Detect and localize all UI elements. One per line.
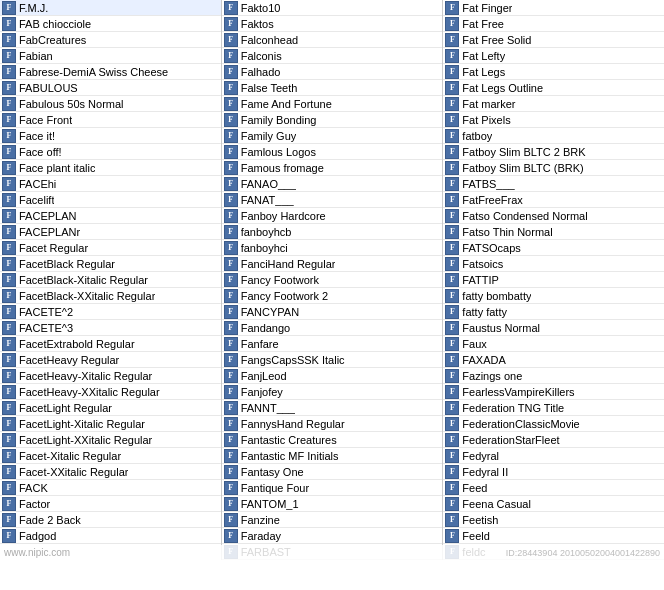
list-item[interactable]: FFantasy One bbox=[222, 464, 443, 480]
list-item[interactable]: FFedyral II bbox=[443, 464, 664, 480]
list-item[interactable]: FFatboy Slim BLTC (BRK) bbox=[443, 160, 664, 176]
list-item[interactable]: FF.M.J. bbox=[0, 0, 221, 16]
list-item[interactable]: FFederation TNG Title bbox=[443, 400, 664, 416]
list-item[interactable]: FFanjofey bbox=[222, 384, 443, 400]
list-item[interactable]: FFace Front bbox=[0, 112, 221, 128]
list-item[interactable]: FFalconis bbox=[222, 48, 443, 64]
list-item[interactable]: Ffatty bombatty bbox=[443, 288, 664, 304]
list-item[interactable]: FFederationStarFleet bbox=[443, 432, 664, 448]
list-item[interactable]: FFANAO___ bbox=[222, 176, 443, 192]
list-item[interactable]: FFat Finger bbox=[443, 0, 664, 16]
list-item[interactable]: FFatso Thin Normal bbox=[443, 224, 664, 240]
list-item[interactable]: FFedyral bbox=[443, 448, 664, 464]
list-item[interactable]: FFAB chiocciole bbox=[0, 16, 221, 32]
list-item[interactable]: FFancy Footwork bbox=[222, 272, 443, 288]
list-item[interactable]: FFamlous Logos bbox=[222, 144, 443, 160]
list-item[interactable]: FFACK bbox=[0, 480, 221, 496]
list-item[interactable]: Ffatboy bbox=[443, 128, 664, 144]
list-item[interactable]: FFat Free bbox=[443, 16, 664, 32]
list-item[interactable]: FFATTIP bbox=[443, 272, 664, 288]
list-item[interactable]: FFame And Fortune bbox=[222, 96, 443, 112]
list-item[interactable]: FFaustus Normal bbox=[443, 320, 664, 336]
list-item[interactable]: FFacet-XXitalic Regular bbox=[0, 464, 221, 480]
list-item[interactable]: FFabrese-DemiA Swiss Cheese bbox=[0, 64, 221, 80]
list-item[interactable]: FFat Legs bbox=[443, 64, 664, 80]
list-item[interactable]: FFeena Casual bbox=[443, 496, 664, 512]
list-item[interactable]: FFandango bbox=[222, 320, 443, 336]
list-item[interactable]: FFABULOUS bbox=[0, 80, 221, 96]
list-item[interactable]: FFazings one bbox=[443, 368, 664, 384]
list-item[interactable]: FFACEPLANr bbox=[0, 224, 221, 240]
list-item[interactable]: Ffatty fatty bbox=[443, 304, 664, 320]
list-item[interactable]: FFanjLeod bbox=[222, 368, 443, 384]
list-item[interactable]: Ffanboyhcb bbox=[222, 224, 443, 240]
list-item[interactable]: FFacet Regular bbox=[0, 240, 221, 256]
list-item[interactable]: FFannysHand Regular bbox=[222, 416, 443, 432]
list-item[interactable]: FFeetish bbox=[443, 512, 664, 528]
list-item[interactable]: FFeed bbox=[443, 480, 664, 496]
list-item[interactable]: FFANCYPAN bbox=[222, 304, 443, 320]
list-item[interactable]: FFaraday bbox=[222, 528, 443, 544]
list-item[interactable]: FFacetLight Regular bbox=[0, 400, 221, 416]
list-item[interactable]: FFamily Bonding bbox=[222, 112, 443, 128]
list-item[interactable]: FFabCreatures bbox=[0, 32, 221, 48]
list-item[interactable]: FFATBS___ bbox=[443, 176, 664, 192]
list-item[interactable]: FFACEhi bbox=[0, 176, 221, 192]
list-item[interactable]: FFanciHand Regular bbox=[222, 256, 443, 272]
list-item[interactable]: FFanboy Hardcore bbox=[222, 208, 443, 224]
list-item[interactable]: FFantique Four bbox=[222, 480, 443, 496]
list-item[interactable]: FFat Free Solid bbox=[443, 32, 664, 48]
list-item[interactable]: FFANNT___ bbox=[222, 400, 443, 416]
list-item[interactable]: FFearlessVampireKillers bbox=[443, 384, 664, 400]
list-item[interactable]: FFacetLight-XXitalic Regular bbox=[0, 432, 221, 448]
list-item[interactable]: FFace it! bbox=[0, 128, 221, 144]
list-item[interactable]: Ffanboyhci bbox=[222, 240, 443, 256]
list-item[interactable]: FFacetExtrabold Regular bbox=[0, 336, 221, 352]
list-item[interactable]: FFACETE^3 bbox=[0, 320, 221, 336]
list-item[interactable]: FFacet-Xitalic Regular bbox=[0, 448, 221, 464]
list-item[interactable]: FFade 2 Back bbox=[0, 512, 221, 528]
list-item[interactable]: FFabulous 50s Normal bbox=[0, 96, 221, 112]
list-item[interactable]: FFanzine bbox=[222, 512, 443, 528]
list-item[interactable]: FFacetBlack Regular bbox=[0, 256, 221, 272]
list-item[interactable]: FFalhado bbox=[222, 64, 443, 80]
list-item[interactable]: FFat Lefty bbox=[443, 48, 664, 64]
list-item[interactable]: FFacetBlack-Xitalic Regular bbox=[0, 272, 221, 288]
list-item[interactable]: FFadgod bbox=[0, 528, 221, 544]
list-item[interactable]: FFacetHeavy-Xitalic Regular bbox=[0, 368, 221, 384]
list-item[interactable]: FFatsoics bbox=[443, 256, 664, 272]
list-item[interactable]: FFATSOcaps bbox=[443, 240, 664, 256]
list-item[interactable]: FFat Pixels bbox=[443, 112, 664, 128]
list-item[interactable]: FFat marker bbox=[443, 96, 664, 112]
list-item[interactable]: FFACEPLAN bbox=[0, 208, 221, 224]
list-item[interactable]: FFANAT___ bbox=[222, 192, 443, 208]
list-item[interactable]: FFamous fromage bbox=[222, 160, 443, 176]
list-item[interactable]: FFantastic Creatures bbox=[222, 432, 443, 448]
list-item[interactable]: FFaux bbox=[443, 336, 664, 352]
list-item[interactable]: FFaktos bbox=[222, 16, 443, 32]
list-item[interactable]: FFederationClassicMovie bbox=[443, 416, 664, 432]
list-item[interactable]: FFace plant italic bbox=[0, 160, 221, 176]
list-item[interactable]: FFantastic MF Initials bbox=[222, 448, 443, 464]
list-item[interactable]: FFAXADA bbox=[443, 352, 664, 368]
list-item[interactable]: FFacelift bbox=[0, 192, 221, 208]
list-item[interactable]: FFANTOM_1 bbox=[222, 496, 443, 512]
list-item[interactable]: FFACETE^2 bbox=[0, 304, 221, 320]
list-item[interactable]: FFakto10 bbox=[222, 0, 443, 16]
list-item[interactable]: FFacetHeavy Regular bbox=[0, 352, 221, 368]
list-item[interactable]: FFalse Teeth bbox=[222, 80, 443, 96]
list-item[interactable]: FFeeld bbox=[443, 528, 664, 544]
list-item[interactable]: FFat Legs Outline bbox=[443, 80, 664, 96]
list-item[interactable]: FFactor bbox=[0, 496, 221, 512]
list-item[interactable]: FFacetBlack-XXitalic Regular bbox=[0, 288, 221, 304]
list-item[interactable]: FFalconhead bbox=[222, 32, 443, 48]
list-item[interactable]: FFamily Guy bbox=[222, 128, 443, 144]
list-item[interactable]: FFatboy Slim BLTC 2 BRK bbox=[443, 144, 664, 160]
list-item[interactable]: FFatso Condensed Normal bbox=[443, 208, 664, 224]
list-item[interactable]: FFace off! bbox=[0, 144, 221, 160]
list-item[interactable]: FFangsCapsSSK Italic bbox=[222, 352, 443, 368]
list-item[interactable]: FFancy Footwork 2 bbox=[222, 288, 443, 304]
list-item[interactable]: FFatFreeFrax bbox=[443, 192, 664, 208]
list-item[interactable]: FFacetHeavy-XXitalic Regular bbox=[0, 384, 221, 400]
list-item[interactable]: FFabian bbox=[0, 48, 221, 64]
